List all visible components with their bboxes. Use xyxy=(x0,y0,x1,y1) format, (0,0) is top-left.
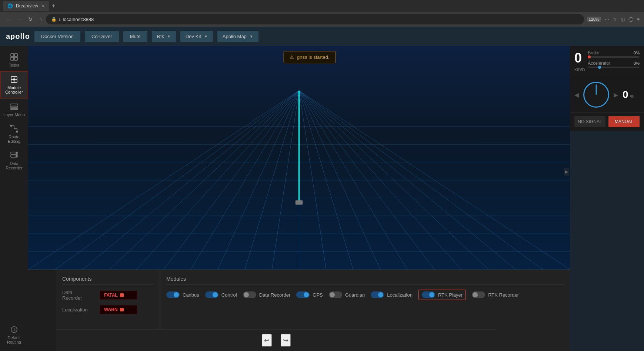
tab-close-button[interactable]: ✕ xyxy=(41,4,44,9)
gps-thumb xyxy=(304,292,309,297)
tab-title: Dreamview xyxy=(16,3,38,9)
guardian-label: Guardian xyxy=(345,292,365,298)
status-dot-warn xyxy=(120,308,124,311)
gps-label: GPS xyxy=(313,292,323,298)
speed-value: 0 xyxy=(574,50,582,66)
speed-unit: km/h xyxy=(574,67,585,72)
localization-toggle[interactable] xyxy=(371,291,384,298)
apollo-map-arrow-icon: ▼ xyxy=(250,34,253,38)
nav-extras: 120% ⋯ ☆ ◫ ◯ ≡ xyxy=(587,17,640,22)
forward-button[interactable]: → xyxy=(16,15,24,24)
co-driver-button[interactable]: Co-Driver xyxy=(85,31,119,42)
canbus-label: Canbus xyxy=(183,292,199,298)
accelerator-row: Accelerator 0% xyxy=(588,61,640,66)
module-guardian: Guardian xyxy=(329,290,365,300)
docker-version-button[interactable]: Docker Version xyxy=(34,31,80,42)
svg-point-16 xyxy=(16,156,17,157)
guardian-toggle[interactable] xyxy=(329,291,342,298)
status-dot-fatal xyxy=(120,293,124,297)
profile-button[interactable]: ◯ xyxy=(628,17,633,22)
data-recorder-thumb xyxy=(244,292,249,297)
localization-thumb xyxy=(378,292,383,297)
sidebar-item-route-editing[interactable]: Route Editing xyxy=(0,121,28,147)
active-tab[interactable]: 🌐 Dreamview ✕ xyxy=(3,1,49,11)
address-bar[interactable]: 🔒 ℹ localhost:8888 xyxy=(46,14,584,24)
app: apollo Docker Version Co-Driver Mute Rtk… xyxy=(0,27,644,351)
module-rtk-recorder: RTK Recorder xyxy=(472,290,519,300)
gps-toggle[interactable] xyxy=(296,291,310,298)
status-badge-fatal: FATAL xyxy=(100,291,137,300)
browser-chrome: 🌐 Dreamview ✕ + ← → ↻ ⌂ 🔒 ℹ localhost:88… xyxy=(0,0,644,27)
reload-button[interactable]: ↻ xyxy=(27,15,34,24)
manual-button[interactable]: MANUAL xyxy=(608,116,640,127)
rtk-player-toggle[interactable] xyxy=(422,291,435,298)
accelerator-bar xyxy=(588,67,640,68)
svg-rect-1 xyxy=(14,54,17,57)
sidebar-bottom: Default Routing xyxy=(0,321,28,351)
rtk-recorder-toggle[interactable] xyxy=(472,291,485,298)
canbus-toggle[interactable] xyxy=(166,291,180,298)
data-recorder-toggle[interactable] xyxy=(243,291,256,298)
speed-metrics-panel: 0 km/h Brake 0% xyxy=(570,46,644,77)
url-display: localhost:8888 xyxy=(63,17,94,22)
sidebar-item-module-controller[interactable]: Module Controller xyxy=(0,71,28,98)
signal-panel: NO SIGNAL MANUAL xyxy=(570,112,644,131)
component-row-data-recorder: DataRecorder FATAL xyxy=(62,290,154,301)
steering-left-arrow[interactable]: ◀ xyxy=(574,91,579,98)
extensions-button[interactable]: ⋯ xyxy=(605,17,609,22)
sidebar: Tasks Module Controller Layer Menu xyxy=(0,46,28,351)
data-recorder-icon xyxy=(10,151,19,160)
module-controller-label: Module Controller xyxy=(3,85,26,94)
panel-expand-button[interactable]: ▶ xyxy=(564,168,569,176)
rtk-dropdown[interactable]: Rtk ▼ xyxy=(152,31,176,42)
sidebar-item-tasks[interactable]: Tasks xyxy=(0,49,28,71)
status-badge-warn: WARN xyxy=(100,305,137,314)
dev-kit-dropdown[interactable]: Dev Kit ▼ xyxy=(180,31,213,42)
undo-button[interactable]: ↩ xyxy=(262,334,272,347)
status-text-warn: WARN xyxy=(104,307,118,312)
map-view: ⚠ gnss is started. xyxy=(28,46,570,270)
guardian-thumb xyxy=(330,292,335,297)
accelerator-value: 0% xyxy=(634,61,640,65)
control-thumb xyxy=(213,292,218,297)
localization-label: Localization xyxy=(387,292,413,298)
svg-rect-2 xyxy=(11,57,14,60)
rtk-recorder-thumb xyxy=(473,292,478,297)
redo-button[interactable]: ↪ xyxy=(281,334,291,347)
back-button[interactable]: ← xyxy=(4,15,13,24)
components-title: Components xyxy=(62,276,154,284)
data-recorder-module-label: Data Recorder xyxy=(259,292,291,298)
sidebar-item-layer-menu[interactable]: Layer Menu xyxy=(0,98,28,121)
layer-menu-label: Layer Menu xyxy=(3,112,25,117)
svg-rect-10 xyxy=(11,108,17,109)
default-routing-button[interactable]: Default Routing xyxy=(0,321,28,348)
new-tab-button[interactable]: + xyxy=(52,3,55,9)
info-icon: ℹ xyxy=(59,17,60,22)
bookmark-button[interactable]: ☆ xyxy=(613,17,617,22)
module-control: Control xyxy=(205,290,237,300)
brake-bar xyxy=(588,56,640,58)
svg-rect-49 xyxy=(296,200,303,205)
canbus-thumb xyxy=(174,292,179,297)
steering-percent: % xyxy=(630,94,634,99)
svg-rect-8 xyxy=(11,104,17,105)
sidebar-item-data-recorder[interactable]: Data Recorder xyxy=(0,147,28,174)
default-routing-icon xyxy=(10,325,19,334)
menu-button[interactable]: ≡ xyxy=(637,17,640,22)
no-signal-button[interactable]: NO SIGNAL xyxy=(574,116,605,127)
component-label-localization: Localization xyxy=(62,307,96,313)
module-localization: Localization xyxy=(371,290,413,300)
svg-rect-0 xyxy=(11,54,14,57)
apollo-map-dropdown[interactable]: Apollo Map ▼ xyxy=(217,31,258,42)
control-toggle[interactable] xyxy=(205,291,218,298)
accelerator-label: Accelerator xyxy=(588,61,610,66)
brake-value: 0% xyxy=(634,51,640,55)
rtk-arrow-icon: ▼ xyxy=(167,34,171,38)
mute-button[interactable]: Mute xyxy=(123,31,147,42)
speed-display: 0 km/h xyxy=(574,50,585,72)
right-panel: 0 km/h Brake 0% xyxy=(570,46,644,351)
module-data-recorder: Data Recorder xyxy=(243,290,291,300)
home-button[interactable]: ⌂ xyxy=(37,15,43,24)
route-editing-icon xyxy=(10,124,19,133)
steering-right-arrow[interactable]: ▶ xyxy=(614,91,618,98)
